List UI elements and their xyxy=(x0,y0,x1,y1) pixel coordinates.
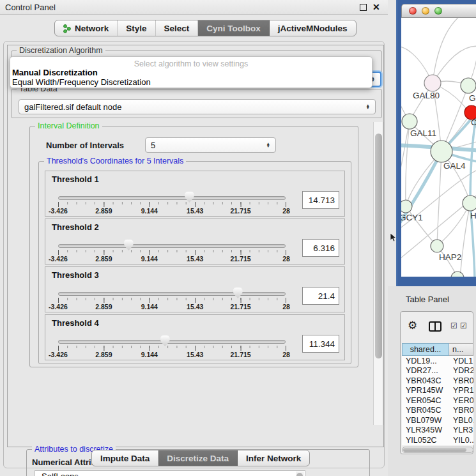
node-label-hap2: HAP2 xyxy=(439,252,461,262)
slider-scale-labels: -3.426 2.859 9.144 15.43 21.715 28 xyxy=(58,303,286,311)
control-panel-title: Control Panel xyxy=(0,3,56,12)
cell: YDR2... xyxy=(449,366,473,375)
node-gal4[interactable] xyxy=(431,141,452,162)
scrollbar-thumb[interactable] xyxy=(403,448,466,452)
threshold-4-value-field[interactable]: 11.344 xyxy=(302,335,339,353)
network-icon xyxy=(63,24,72,33)
list-item-selfloops[interactable]: SelfLoops xyxy=(35,471,305,476)
threshold-4-slider-track[interactable] xyxy=(58,340,286,344)
tab-select[interactable]: Select xyxy=(156,20,199,36)
attributes-list-scrollbar[interactable] xyxy=(296,472,304,476)
scale-label: 9.144 xyxy=(141,207,158,215)
threshold-3-slider-track[interactable] xyxy=(58,292,286,296)
combo-arrows-icon: ▲▼ xyxy=(362,104,370,110)
number-of-intervals-value: 5 xyxy=(151,141,155,150)
node-gcy1[interactable] xyxy=(401,200,412,213)
cell: YBL079W xyxy=(402,416,449,425)
tab-cyni-toolbox[interactable]: Cyni Toolbox xyxy=(198,20,270,36)
node-gal80[interactable] xyxy=(424,75,441,91)
table-panel-section: Table Panel ⚙ ☑ ☑ shared... n... YDL19..… xyxy=(388,286,476,476)
discretization-algorithm-group-title: Discretization Algorithm xyxy=(17,46,105,55)
discretize-content-panel: Discretization Algorithm ▲▼ Select algor… xyxy=(7,45,384,447)
tab-network[interactable]: Network xyxy=(55,20,118,36)
tab-style[interactable]: Style xyxy=(118,20,155,36)
node-bottom-cut[interactable] xyxy=(451,272,464,277)
scale-label: 28 xyxy=(282,255,290,263)
number-of-intervals-label: Number of Intervals xyxy=(46,141,124,150)
threshold-3-label: Threshold 3 xyxy=(52,270,99,280)
dropdown-item-equal-width-frequency[interactable]: Equal Width/Frequency Discretization xyxy=(10,77,372,87)
close-traffic-light-icon[interactable] xyxy=(409,7,417,15)
tab-infer-network[interactable]: Infer Network xyxy=(238,450,309,466)
close-icon[interactable]: ✕ xyxy=(372,2,380,12)
node-hap2[interactable] xyxy=(431,240,443,252)
table-data-combobox-value: galFiltered.sif default node xyxy=(24,102,121,112)
table-row[interactable]: YBL079WYBL0... xyxy=(402,415,473,426)
scale-label: -3.426 xyxy=(49,303,68,311)
cyni-mode-tab-bar: Impute Data Discretize Data Infer Networ… xyxy=(91,450,310,466)
scrollbar-thumb[interactable] xyxy=(375,134,382,358)
tab-discretize-data-label: Discretize Data xyxy=(167,454,229,463)
table-row[interactable]: YLR345WYLR3... xyxy=(402,426,473,436)
checkbox-icon[interactable]: ☑ xyxy=(460,321,467,330)
tab-jactivemnodules[interactable]: jActiveMNodules xyxy=(270,20,356,36)
scale-label: -3.426 xyxy=(49,207,68,215)
table-row[interactable]: YBR045CYBR0... xyxy=(402,406,473,416)
node-partial-h[interactable] xyxy=(463,196,476,211)
slider-scale-labels: -3.426 2.859 9.144 15.43 21.715 28 xyxy=(58,351,286,358)
scale-label: 2.859 xyxy=(95,351,112,358)
scale-label: 15.43 xyxy=(187,207,203,215)
column-header-shared-name[interactable]: shared... xyxy=(402,343,449,356)
tab-discretize-data[interactable]: Discretize Data xyxy=(158,450,238,466)
threshold-4-slider-thumb[interactable] xyxy=(160,335,170,346)
network-window-titlebar[interactable] xyxy=(401,4,476,18)
control-panel-tab-bar: Network Style Select Cyni Toolbox jActiv… xyxy=(54,20,357,36)
threshold-3-value-field[interactable]: 21.4 xyxy=(302,287,339,305)
threshold-3-slider-thumb[interactable] xyxy=(233,288,243,298)
table-data-combobox[interactable]: galFiltered.sif default node ▲▼ xyxy=(19,99,376,114)
cell: YIL052C xyxy=(402,436,449,445)
table-row[interactable]: YDR27...YDR2... xyxy=(402,366,473,376)
threshold-2-slider-track[interactable] xyxy=(58,244,286,248)
node-label-partial-c: C xyxy=(471,118,476,127)
thresholds-group-title: Threshold's Coordinates for 5 Intervals xyxy=(44,157,186,165)
minimize-traffic-light-icon[interactable] xyxy=(422,7,429,15)
column-header-name[interactable]: n... xyxy=(449,343,473,356)
control-panel-titlebar: Control Panel xyxy=(0,0,388,15)
threshold-1-slider-thumb[interactable] xyxy=(185,192,194,203)
threshold-2-slider-thumb[interactable] xyxy=(124,240,134,250)
scrollbar-thumb[interactable] xyxy=(296,473,303,476)
network-graph: GAL80 G C GAL11 GAL4 GCY1 H HAP2 xyxy=(401,18,476,277)
scale-label: 2.859 xyxy=(95,255,112,263)
number-of-intervals-combobox[interactable]: 5 ▲▼ xyxy=(145,137,276,153)
node-gal11[interactable] xyxy=(402,114,417,129)
cell: YBR045C xyxy=(402,406,449,415)
cell: YDL19... xyxy=(402,357,449,365)
interval-definition-group-title: Interval Definition xyxy=(35,121,102,130)
threshold-1-value-field[interactable]: 14.713 xyxy=(302,191,339,209)
threshold-1-slider-track[interactable] xyxy=(58,196,286,200)
dropdown-item-manual-discretization[interactable]: Manual Discretization xyxy=(10,68,372,77)
table-row[interactable]: YIL052CYIL0... xyxy=(402,435,473,445)
table-horizontal-scrollbar[interactable] xyxy=(402,447,473,453)
table-row[interactable]: YBR043CYBR0... xyxy=(402,376,473,386)
dropdown-placeholder-item: Select algorithm to view settings xyxy=(10,57,372,68)
zoom-traffic-light-icon[interactable] xyxy=(434,7,442,15)
threshold-2-value-field[interactable]: 6.316 xyxy=(302,239,339,257)
settings-pane-scrollbar[interactable] xyxy=(373,122,383,425)
network-canvas[interactable]: GAL80 G C GAL11 GAL4 GCY1 H HAP2 xyxy=(401,18,476,277)
mouse-cursor-icon xyxy=(390,233,397,242)
tab-impute-data[interactable]: Impute Data xyxy=(92,450,158,466)
table-row[interactable]: YDL19...YDL1... xyxy=(402,356,473,366)
cell: YLR345W xyxy=(402,426,449,434)
float-window-icon[interactable] xyxy=(360,4,367,11)
table-row[interactable]: YER054CYER0... xyxy=(402,395,473,406)
cell: YIL0... xyxy=(449,436,473,445)
table-row[interactable]: YPR145WYPR1... xyxy=(402,386,473,396)
node-partial-g[interactable] xyxy=(461,78,476,93)
gear-icon[interactable]: ⚙ xyxy=(408,319,417,332)
columns-icon[interactable] xyxy=(429,321,441,332)
network-nodes[interactable] xyxy=(401,75,476,277)
checkbox-icon[interactable]: ☑ xyxy=(450,321,457,330)
slider-scale-labels: -3.426 2.859 9.144 15.43 21.715 28 xyxy=(58,207,286,215)
